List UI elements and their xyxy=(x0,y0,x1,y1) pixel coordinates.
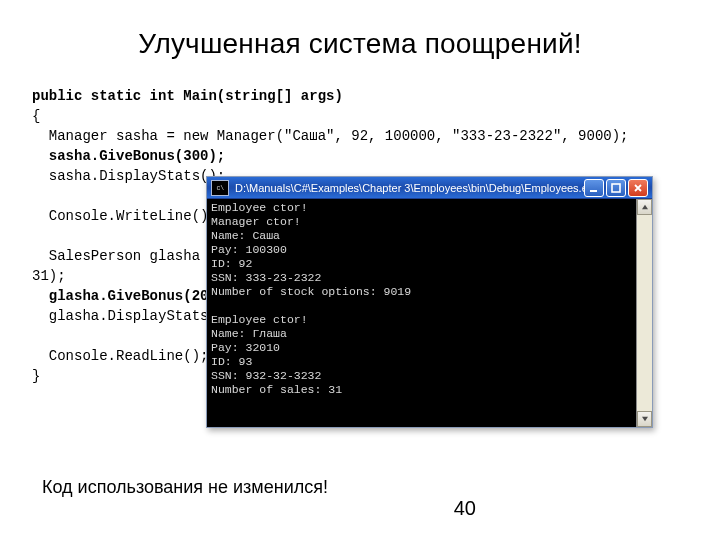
maximize-button[interactable] xyxy=(606,179,626,197)
code-line: Console.WriteLine(); xyxy=(32,208,217,224)
scrollbar-vertical[interactable] xyxy=(636,199,652,427)
code-line: sasha.DisplayStats(); xyxy=(32,168,225,184)
titlebar[interactable]: c\ D:\Manuals\C#\Examples\Chapter 3\Empl… xyxy=(207,177,652,199)
code-line: glasha.GiveBonus(200); xyxy=(32,288,234,304)
console-text: Employee ctor! Manager ctor! Name: Саша … xyxy=(211,201,411,396)
window-buttons xyxy=(584,179,648,197)
code-line: Console.ReadLine(); xyxy=(32,348,208,364)
scroll-down-button[interactable] xyxy=(637,411,652,427)
console-window: c\ D:\Manuals\C#\Examples\Chapter 3\Empl… xyxy=(206,176,653,428)
code-line: Manager sasha = new Manager("Саша", 92, … xyxy=(32,128,629,144)
svg-text:c\: c\ xyxy=(216,185,224,192)
window-title: D:\Manuals\C#\Examples\Chapter 3\Employe… xyxy=(235,182,584,194)
code-line: } xyxy=(32,368,40,384)
scroll-track[interactable] xyxy=(637,215,652,411)
close-button[interactable] xyxy=(628,179,648,197)
console-body[interactable]: Employee ctor! Manager ctor! Name: Саша … xyxy=(207,199,636,427)
slide-title: Улучшенная система поощрений! xyxy=(0,28,720,60)
code-line: { xyxy=(32,108,40,124)
cmd-icon: c\ xyxy=(211,180,229,196)
code-line: sasha.GiveBonus(300); xyxy=(32,148,225,164)
minimize-button[interactable] xyxy=(584,179,604,197)
svg-rect-2 xyxy=(612,184,620,192)
page-number: 40 xyxy=(454,497,476,520)
code-line: 31); xyxy=(32,268,66,284)
slide: Улучшенная система поощрений! public sta… xyxy=(0,0,720,540)
code-line: glasha.DisplayStats(); xyxy=(32,308,234,324)
code-line: public static int Main(string[] args) xyxy=(32,88,343,104)
svg-rect-1 xyxy=(590,190,597,192)
scroll-up-button[interactable] xyxy=(637,199,652,215)
footer-note: Код использования не изменился! xyxy=(42,477,328,498)
